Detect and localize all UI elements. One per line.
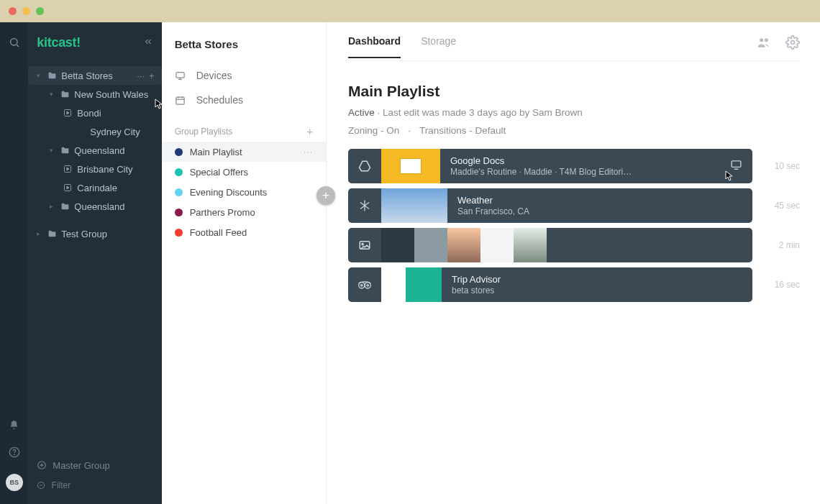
monitor-icon [175,70,186,81]
tree-item[interactable]: ▾Queensland [28,141,161,160]
svg-point-0 [10,39,17,45]
more-icon[interactable]: ··· [304,147,313,157]
group-panel: Betta Stores DevicesSchedules Group Play… [162,22,327,504]
filter-input[interactable] [52,480,153,490]
add-playlist-button[interactable]: + [306,125,313,137]
card-subtitle: San Francisco, CA [457,206,529,216]
playlist-item[interactable]: Special Offers [162,162,326,182]
playlist-color-icon [175,148,183,156]
snowflake-icon [348,199,381,212]
card-subtitle: beta stores [452,285,501,295]
svg-marker-7 [67,168,69,170]
playlist-item[interactable]: Parthers Promo [162,202,326,222]
tree-item[interactable]: Sydney City [28,122,161,141]
tree-item[interactable]: Bondi [28,104,161,122]
thumbnail [480,228,514,262]
transitions-setting[interactable]: Transitions - Default [419,125,506,136]
svg-rect-26 [732,160,741,167]
plus-icon[interactable]: + [149,71,155,81]
page-title: Main Playlist [348,83,800,100]
thumbnail [381,267,442,302]
zoning-setting[interactable]: Zoning - On [348,125,399,136]
playlist-item[interactable]: Football Feed [162,222,326,242]
duration-label: 45 sec [770,201,800,211]
playlist-color-icon [175,188,183,196]
location-tree: ▾Betta Stores···+▾New South WalesBondiSy… [28,66,161,446]
svg-point-22 [760,38,763,42]
tripadvisor-icon [348,280,381,290]
tree-item[interactable]: ▸Queensland [28,197,161,216]
nav-devices[interactable]: Devices [162,63,326,88]
help-icon[interactable] [9,446,20,461]
folder-icon [60,145,70,155]
tree-item[interactable]: Carindale [28,178,161,197]
folder-icon [60,201,70,211]
thumbnail [447,228,480,262]
folder-icon [60,89,70,99]
svg-point-3 [14,454,14,455]
status-badge: Active [348,107,375,118]
tab-storage[interactable]: Storage [421,35,456,57]
chevron-down-icon: ▾ [50,91,57,98]
app-logo: kitcast! [37,35,81,50]
master-group-label: Master Group [53,460,109,471]
minimize-window-button[interactable] [22,7,30,15]
gear-icon[interactable] [785,35,800,52]
tree-group[interactable]: ▾Betta Stores···+ [28,66,161,85]
tree-label: Queensland [74,145,154,156]
svg-marker-9 [67,186,69,189]
group-title: Betta Stores [162,22,326,63]
nav-label: Schedules [196,94,243,106]
nav-label: Devices [196,70,232,81]
tree-label: Betta Stores [61,70,137,81]
svg-point-23 [765,38,768,42]
content-card[interactable]: WeatherSan Francisco, CA [348,188,752,223]
tree-group[interactable]: ▸Test Group [28,224,161,243]
folder-icon [47,70,57,81]
svg-point-35 [361,285,363,287]
content-card[interactable]: Trip Advisorbeta stores [348,267,752,302]
tree-label: Bondi [77,108,154,119]
tree-label: Sydney City [90,127,154,137]
tree-label: Brisbane City [77,164,154,175]
svg-rect-18 [176,97,184,104]
master-group-button[interactable]: Master Group [37,455,152,475]
tree-item[interactable]: ▾New South Wales [28,85,161,104]
tree-item[interactable]: Brisbane City [28,160,161,178]
thumbnail [381,149,440,183]
content-card[interactable] [348,228,752,262]
nav-schedules[interactable]: Schedules [162,88,326,112]
play-icon [63,108,73,118]
collapse-sidebar-button[interactable] [143,37,153,49]
mouse-cursor-icon [725,170,734,182]
thumbnail [381,188,414,223]
people-icon[interactable] [757,35,771,52]
tab-dashboard[interactable]: Dashboard [348,35,401,58]
close-window-button[interactable] [9,7,17,15]
svg-point-36 [367,285,369,287]
playlist-item[interactable]: Main Playlist··· [162,142,326,162]
playlist-color-icon [175,229,183,237]
playlist-item[interactable]: Evening Discounts [162,182,326,202]
play-icon [63,183,73,193]
tree-label: New South Wales [74,89,154,100]
duration-label: 10 sec [770,161,800,171]
svg-rect-15 [176,72,184,78]
thumbnail [381,228,414,262]
tree-label: Carindale [77,183,154,193]
more-icon[interactable]: ··· [137,71,145,81]
playlist-section-label: Group Playlists [175,127,233,137]
svg-point-32 [362,243,363,244]
monitor-icon[interactable] [730,159,742,174]
content-card[interactable]: Google DocsMaddie's Routine · Maddie · T… [348,149,752,183]
svg-point-24 [791,41,795,45]
card-title: Trip Advisor [452,274,501,285]
search-icon[interactable] [9,37,20,51]
thumbnail [414,228,447,262]
playlist-name: Evening Discounts [190,187,313,198]
add-content-fab[interactable]: + [316,186,335,205]
avatar[interactable]: BS [6,474,23,491]
maximize-window-button[interactable] [36,7,44,15]
schedule-icon [175,94,186,106]
bell-icon[interactable] [9,420,19,434]
